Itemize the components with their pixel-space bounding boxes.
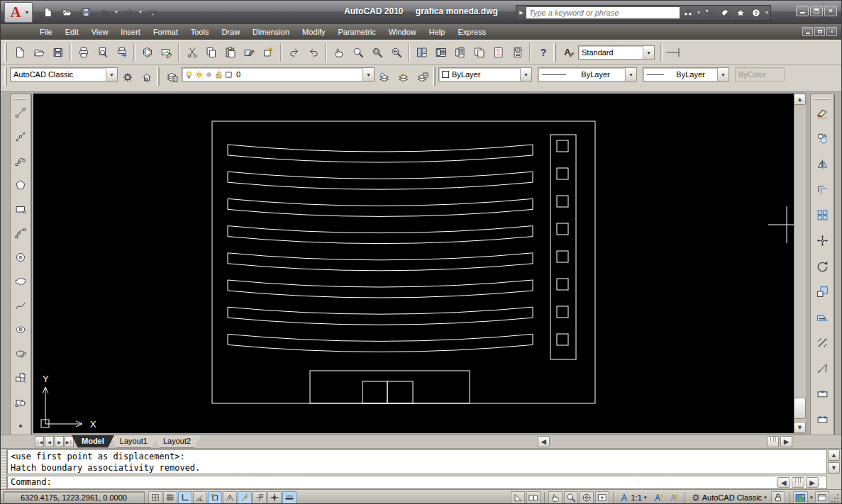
revision-cloud-button[interactable] — [11, 271, 31, 291]
command-window-grip[interactable] — [1, 449, 7, 490]
vertical-scrollbar[interactable] — [794, 94, 806, 433]
toolbar-grip[interactable] — [433, 67, 436, 86]
redo-button[interactable] — [121, 4, 138, 20]
help-button[interactable]: ? — [533, 43, 553, 62]
toggle-osnap[interactable] — [208, 491, 222, 504]
chevron-down-icon[interactable]: ▼ — [764, 11, 770, 15]
sheetset-manager-button[interactable] — [470, 43, 489, 62]
tab-next-icon[interactable]: ▶ — [55, 436, 64, 447]
scroll-right-icon[interactable]: ▶ — [780, 436, 792, 447]
mirror-button[interactable] — [811, 154, 833, 174]
layer-combo[interactable]: 0 ▼ — [182, 67, 375, 82]
command-scroll-thumb[interactable] — [792, 477, 804, 488]
toolbar-grip[interactable] — [4, 43, 8, 62]
document-close-button[interactable]: × — [826, 27, 837, 36]
markup-manager-button[interactable] — [489, 43, 508, 62]
toggle-lwt[interactable] — [282, 491, 297, 504]
layer-states-button[interactable] — [413, 67, 432, 86]
close-button[interactable]: × — [824, 6, 837, 16]
dwf-button[interactable] — [138, 43, 157, 62]
match-properties-button[interactable] — [240, 43, 259, 62]
spline-button[interactable] — [11, 296, 31, 315]
dropdown-arrow-icon[interactable]: ▼ — [520, 68, 531, 81]
horizontal-scroll-thumb[interactable] — [767, 436, 779, 447]
lineweight-combo[interactable]: ByLayer ▼ — [643, 67, 729, 82]
toggle-snap[interactable] — [148, 491, 162, 504]
tab-layout1[interactable]: Layout1 — [110, 435, 157, 448]
designcenter-button[interactable] — [431, 43, 450, 62]
layer-previous-button[interactable] — [394, 67, 413, 86]
subscription-satellite-button[interactable] — [717, 6, 733, 19]
menu-help[interactable]: Help — [423, 26, 452, 38]
communication-key-button[interactable] — [702, 6, 717, 19]
minimize-button[interactable] — [796, 6, 809, 16]
tab-layout2[interactable]: Layout2 — [153, 435, 201, 448]
command-scroll-up-icon[interactable]: ▲ — [828, 449, 840, 461]
rectangle-button[interactable] — [11, 199, 31, 218]
quickcalc-button[interactable] — [508, 43, 527, 62]
resize-grip[interactable] — [831, 492, 839, 503]
workspace-switching-button[interactable]: AutoCAD Classic ▼ — [689, 491, 770, 504]
menu-file[interactable]: File — [33, 26, 59, 38]
open-folder-button[interactable] — [29, 43, 48, 62]
toolbar-grip[interactable] — [814, 98, 830, 100]
tab-model[interactable]: Model — [72, 435, 114, 448]
annotation-scale-button[interactable]: 1:1 ▼ — [617, 491, 649, 504]
ellipse-arc-button[interactable] — [11, 344, 31, 363]
command-scroll-left-icon[interactable]: ◀ — [777, 477, 790, 488]
restore-button[interactable] — [810, 6, 823, 16]
block-editor-button[interactable] — [259, 43, 278, 62]
search-input[interactable] — [526, 6, 680, 19]
zoom-window-button[interactable] — [367, 43, 387, 62]
extend-button[interactable] — [811, 358, 833, 378]
annotation-auto-scale-button[interactable] — [667, 491, 681, 504]
dropdown-arrow-icon[interactable]: ▼ — [625, 68, 636, 81]
scroll-down-icon[interactable]: ▼ — [794, 422, 806, 433]
dropdown-arrow-icon[interactable]: ▼ — [106, 68, 117, 81]
infocenter-expander-icon[interactable]: ▶ — [517, 6, 526, 19]
help-circle-button[interactable]: ? — [748, 6, 764, 19]
tab-prev-icon[interactable]: ◀ — [45, 436, 54, 447]
new-file-button[interactable] — [39, 4, 56, 20]
save-button[interactable] — [48, 43, 67, 62]
chevron-down-icon[interactable]: ▼ — [114, 10, 118, 14]
polyline-button[interactable] — [11, 151, 31, 170]
undo-button[interactable] — [304, 43, 323, 62]
toggle-polar[interactable] — [193, 491, 207, 504]
erase-button[interactable] — [811, 103, 833, 123]
tool-palettes-button[interactable] — [450, 43, 470, 62]
menu-format[interactable]: Format — [147, 26, 184, 38]
make-block-button[interactable] — [11, 392, 31, 411]
zoom-previous-button[interactable] — [387, 43, 406, 62]
command-scroll-right-icon[interactable]: ▶ — [806, 477, 819, 488]
status-menu-arrow-icon[interactable]: ▼ — [809, 495, 814, 500]
break-button[interactable] — [811, 409, 833, 429]
toggle-otrack[interactable] — [238, 491, 252, 504]
my-workspace-house-button[interactable] — [137, 67, 156, 86]
move-button[interactable] — [811, 230, 833, 250]
offset-button[interactable] — [811, 179, 833, 199]
pan-hand-button[interactable] — [329, 43, 348, 62]
publish-button[interactable] — [112, 43, 131, 62]
menu-draw[interactable]: Draw — [215, 26, 246, 38]
cut-button[interactable] — [182, 43, 201, 62]
array-button[interactable] — [811, 205, 833, 225]
application-menu-button[interactable]: A ▼ — [4, 2, 33, 23]
linetype-combo[interactable]: ByLayer ▼ — [538, 67, 637, 82]
print-button[interactable] — [74, 43, 93, 62]
chevron-down-icon[interactable]: ▼ — [696, 11, 702, 15]
toolbar-grip[interactable] — [4, 67, 8, 86]
workspace-combo[interactable]: AutoCAD Classic ▼ — [10, 67, 118, 82]
layer-properties-manager-button[interactable] — [162, 67, 182, 86]
stretch-button[interactable] — [811, 307, 833, 327]
arc-button[interactable] — [11, 223, 31, 242]
qat-customize-button[interactable] — [145, 4, 162, 20]
dropdown-arrow-icon[interactable]: ▼ — [717, 68, 729, 81]
toggle-ortho[interactable] — [178, 491, 192, 504]
search-binoculars-button[interactable] — [680, 6, 696, 19]
quick-view-layouts-button[interactable] — [526, 491, 541, 504]
open-folder-button[interactable] — [58, 4, 75, 20]
circle-button[interactable] — [11, 247, 31, 267]
text-style-combo[interactable]: Standard ▼ — [578, 45, 655, 60]
command-prompt[interactable]: Command: — [7, 476, 827, 489]
